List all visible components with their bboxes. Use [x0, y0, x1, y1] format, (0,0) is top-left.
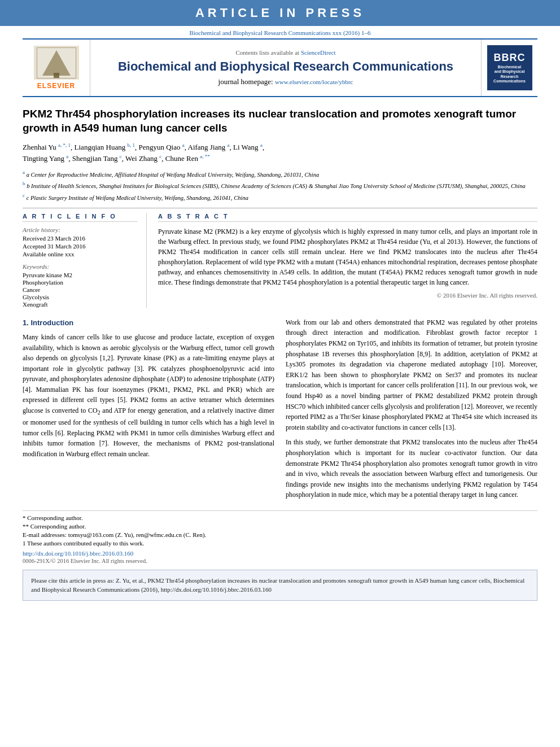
elsevier-tree-image — [34, 46, 79, 80]
sciencedirect-link[interactable]: ScienceDirect — [301, 49, 336, 56]
history-label: Article history: — [23, 226, 138, 233]
footnote-corresponding-2: ** Corresponding author. — [23, 523, 537, 530]
authors-line: Zhenhai Yu a, *, 1, Liangqian Huang b, 1… — [23, 142, 537, 164]
affiliations: a a Center for Reproductive Medicine, Af… — [23, 169, 537, 202]
footnote-corresponding-1: * Corresponding author. — [23, 514, 537, 521]
article-info-label: A R T I C L E I N F O — [23, 213, 138, 222]
homepage-label: journal homepage: — [218, 77, 273, 86]
right-paragraph-1: Work from our lab and others demonstrate… — [286, 317, 537, 433]
body-section: 1. Introduction Many kinds of cancer cel… — [23, 317, 537, 505]
article-in-press-banner: ARTICLE IN PRESS — [0, 0, 560, 26]
keyword-5: Xenograft — [23, 301, 138, 308]
bbrc-logo-box: BBRC Biochemicaland BiophysicalResearchC… — [481, 40, 537, 96]
intro-paragraph-1: Many kinds of cancer cells like to use g… — [23, 332, 274, 459]
journal-center: Contents lists available at ScienceDirec… — [90, 40, 481, 96]
keyword-3: Cancer — [23, 286, 138, 293]
doi-line[interactable]: http://dx.doi.org/10.1016/j.bbrc.2016.03… — [23, 550, 537, 557]
affiliation-c: c c Plastic Surgery Institute of Weifang… — [23, 192, 537, 202]
copyright-line: © 2016 Elsevier Inc. All rights reserved… — [158, 292, 537, 299]
issn-line: 0006-291X/© 2016 Elsevier Inc. All right… — [23, 558, 537, 564]
article-info-column: A R T I C L E I N F O Article history: R… — [23, 213, 147, 308]
bbrc-logo: BBRC Biochemicaland BiophysicalResearchC… — [487, 45, 532, 90]
left-body-column: 1. Introduction Many kinds of cancer cel… — [23, 317, 274, 505]
keywords-label: Keywords: — [23, 263, 138, 270]
contents-label: Contents lists available at — [235, 49, 299, 56]
footnotes-section: * Corresponding author. ** Corresponding… — [23, 510, 537, 547]
footnote-equal-contrib: 1 These authors contributed equally to t… — [23, 540, 537, 547]
abstract-column: A B S T R A C T Pyruvate kinase M2 (PKM2… — [158, 213, 537, 308]
abstract-text: Pyruvate kinase M2 (PKM2) is a key enzym… — [158, 226, 537, 287]
received-date: Received 23 March 2016 — [23, 235, 138, 242]
divider-line — [23, 208, 537, 208]
right-paragraph-2: In this study, we further demonstrate th… — [286, 437, 537, 500]
citation-box: Please cite this article in press as: Z.… — [23, 570, 537, 601]
two-column-layout: A R T I C L E I N F O Article history: R… — [23, 213, 537, 308]
abstract-label: A B S T R A C T — [158, 213, 537, 222]
keyword-1: Pyruvate kinase M2 — [23, 272, 138, 278]
email-addresses: tomsyu@163.com (Z. Yu), ren@wfmc.edu.cn … — [68, 531, 207, 538]
contents-available-line: Contents lists available at ScienceDirec… — [235, 49, 335, 56]
affiliation-a: a a Center for Reproductive Medicine, Af… — [23, 169, 537, 179]
affiliation-b: b b Institute of Health Sciences, Shangh… — [23, 180, 537, 190]
journal-reference-line: Biochemical and Biophysical Research Com… — [0, 26, 560, 38]
keyword-2: Phosphorylation — [23, 279, 138, 286]
elsevier-wordmark: ELSEVIER — [37, 82, 75, 90]
journal-title: Biochemical and Biophysical Research Com… — [118, 59, 453, 74]
article-title-section: PKM2 Thr454 phosphorylation increases it… — [23, 107, 537, 202]
svg-rect-2 — [54, 73, 59, 78]
homepage-url[interactable]: www.elsevier.com/locate/ybbrc — [275, 78, 353, 85]
accepted-date: Accepted 31 March 2016 — [23, 243, 138, 250]
bbrc-letters: BBRC — [494, 52, 526, 64]
introduction-heading: 1. Introduction — [23, 317, 274, 329]
footnote-email: E-mail addresses: tomsyu@163.com (Z. Yu)… — [23, 531, 537, 538]
right-body-column: Work from our lab and others demonstrate… — [286, 317, 537, 505]
elsevier-logo-box: ELSEVIER — [23, 40, 90, 96]
available-online: Available online xxx — [23, 251, 138, 257]
keyword-4: Glycolysis — [23, 294, 138, 300]
journal-header: ELSEVIER Contents lists available at Sci… — [23, 38, 537, 97]
journal-homepage-line: journal homepage: www.elsevier.com/locat… — [218, 77, 353, 86]
article-title: PKM2 Thr454 phosphorylation increases it… — [23, 107, 537, 135]
email-label: E-mail addresses: — [23, 531, 67, 538]
